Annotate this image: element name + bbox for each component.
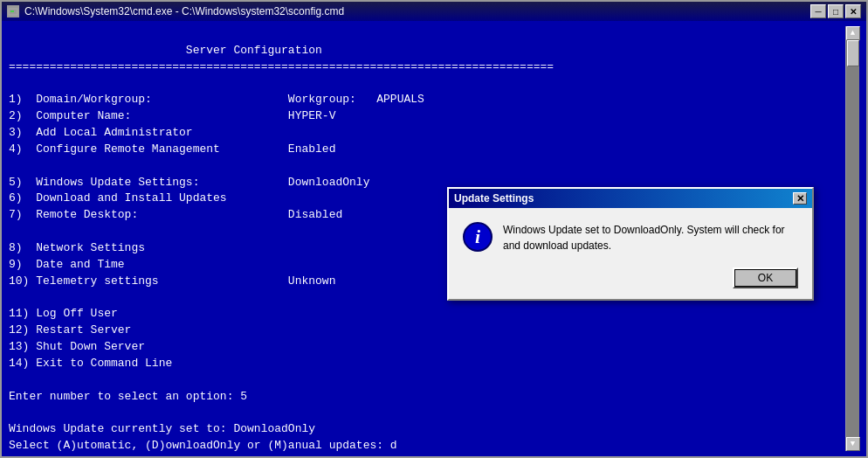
dialog-message-line1: Windows Update set to DownloadOnly. Syst… [503,224,785,236]
close-x-icon: ✕ [796,193,804,205]
dialog-footer: OK [449,264,812,299]
scroll-thumb[interactable] [847,40,859,66]
dialog-message: Windows Update set to DownloadOnly. Syst… [503,222,798,253]
scroll-down-icon: ▼ [851,440,855,448]
update-settings-dialog: Update Settings ✕ i Windows Update set t… [447,187,814,301]
dialog-title-bar: Update Settings ✕ [449,189,812,208]
scroll-down-button[interactable]: ▼ [846,437,860,451]
title-bar: C:\Windows\System32\cmd.exe - C:\Windows… [2,2,866,21]
info-icon: i [463,222,493,252]
title-bar-controls: ─ □ ✕ [810,4,861,18]
dialog-title-text: Update Settings [454,192,534,205]
terminal-area: Server Configuration ===================… [2,21,866,456]
minimize-button[interactable]: ─ [810,4,826,18]
cmd-window: C:\Windows\System32\cmd.exe - C:\Windows… [0,0,868,458]
scroll-track[interactable] [846,40,859,437]
dialog-message-line2: and download updates. [503,239,611,252]
ok-button[interactable]: OK [733,267,798,288]
dialog-close-button[interactable]: ✕ [793,192,807,205]
close-button[interactable]: ✕ [845,4,861,18]
window-title: C:\Windows\System32\cmd.exe - C:\Windows… [24,5,344,17]
dialog-body: i Windows Update set to DownloadOnly. Sy… [449,208,812,264]
maximize-button[interactable]: □ [828,4,844,18]
title-bar-left: C:\Windows\System32\cmd.exe - C:\Windows… [7,5,344,17]
scrollbar[interactable]: ▲ ▼ [845,26,859,451]
cmd-icon [7,5,19,17]
scroll-up-button[interactable]: ▲ [846,26,860,40]
scroll-up-icon: ▲ [851,29,855,38]
